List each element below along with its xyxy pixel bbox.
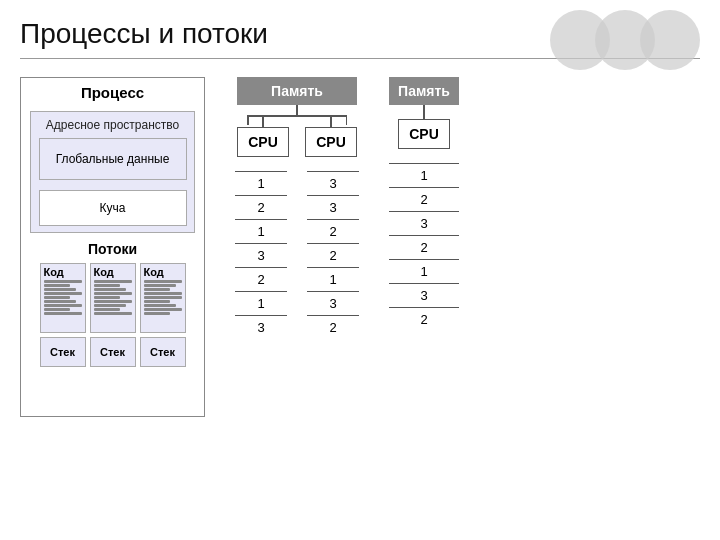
code-line [44, 304, 82, 307]
h-line [247, 115, 347, 117]
global-data-label: Глобальные данные [56, 152, 170, 166]
heap-label: Куча [100, 201, 126, 215]
num-1-7: 3 [235, 315, 287, 339]
v-to-single-cpu [423, 105, 425, 119]
memory-box-1: Память [237, 77, 357, 105]
code-line [44, 308, 71, 311]
threads-label: Потоки [30, 241, 195, 257]
code-line [94, 284, 121, 287]
num-1-4: 3 [235, 243, 287, 267]
code-line [94, 292, 132, 295]
num-1-5: 2 [235, 267, 287, 291]
mem-cpu-area-2: Память CPU [389, 77, 459, 149]
num-s-4: 2 [389, 235, 459, 259]
thread-col-1: Код С [40, 263, 86, 367]
memory-box-2: Память [389, 77, 459, 105]
code-line [144, 308, 182, 311]
num-s-2: 2 [389, 187, 459, 211]
stack-box-3: Стек [140, 337, 186, 367]
code-line [44, 280, 82, 283]
code-line [44, 284, 71, 287]
process-box: Процесс Адресное пространство Глобальные… [20, 77, 205, 417]
deco-circle-3 [640, 10, 700, 70]
num-col-single: 1 2 3 2 1 3 2 [389, 163, 459, 331]
num-table-1: 1 2 1 3 2 1 3 3 3 2 2 1 3 2 [235, 171, 359, 339]
global-data-box: Глобальные данные [39, 138, 187, 180]
cpu-box-2: CPU [305, 127, 357, 157]
code-line [144, 296, 182, 299]
code-line [144, 292, 182, 295]
num-2-2: 3 [307, 195, 359, 219]
cpu-box-1: CPU [237, 127, 289, 157]
num-s-6: 3 [389, 283, 459, 307]
num-1-3: 1 [235, 219, 287, 243]
process-group-1: Память CPU [235, 77, 359, 339]
code-line [144, 300, 171, 303]
code-label-3: Код [144, 266, 164, 278]
num-1-6: 1 [235, 291, 287, 315]
decorative-circles [550, 10, 700, 70]
cpu-box-3: CPU [398, 119, 450, 149]
num-col-1: 1 2 1 3 2 1 3 [235, 171, 287, 339]
tree-1: CPU CPU [237, 105, 357, 157]
num-2-6: 3 [307, 291, 359, 315]
code-line [144, 312, 171, 315]
num-2-7: 2 [307, 315, 359, 339]
num-col-2: 3 3 2 2 1 3 2 [307, 171, 359, 339]
code-box-3: Код [140, 263, 186, 333]
num-2-3: 2 [307, 219, 359, 243]
stack-label-1: Стек [50, 346, 75, 358]
address-space-label: Адресное пространство [46, 116, 179, 138]
address-space-box: Адресное пространство Глобальные данные … [30, 111, 195, 233]
code-line [44, 292, 82, 295]
code-line [94, 288, 126, 291]
num-1-1: 1 [235, 171, 287, 195]
cpu2-col: CPU [305, 117, 357, 157]
num-2-5: 1 [307, 267, 359, 291]
code-line [94, 280, 132, 283]
thread-col-2: Код С [90, 263, 136, 367]
code-line [144, 280, 182, 283]
num-s-5: 1 [389, 259, 459, 283]
process-label: Процесс [21, 78, 204, 107]
num-1-2: 2 [235, 195, 287, 219]
v-to-cpu1 [262, 117, 264, 127]
code-label-2: Код [94, 266, 114, 278]
code-box-2: Код [90, 263, 136, 333]
threads-row: Код С [30, 263, 195, 367]
num-s-7: 2 [389, 307, 459, 331]
heap-box: Куча [39, 190, 187, 226]
num-s-1: 1 [389, 163, 459, 187]
code-line [94, 312, 132, 315]
right-section: Память CPU [235, 77, 459, 339]
code-label-1: Код [44, 266, 64, 278]
process-group-2: Память CPU 1 2 3 2 1 3 2 [389, 77, 459, 331]
code-line [94, 296, 121, 299]
num-table-2: 1 2 3 2 1 3 2 [389, 163, 459, 331]
code-line [144, 304, 176, 307]
cpu-row: CPU CPU [237, 117, 357, 157]
main-content: Процесс Адресное пространство Глобальные… [0, 77, 720, 417]
num-2-4: 2 [307, 243, 359, 267]
stack-label-3: Стек [150, 346, 175, 358]
code-line [144, 288, 171, 291]
code-box-1: Код [40, 263, 86, 333]
num-2-1: 3 [307, 171, 359, 195]
v-top [296, 105, 298, 115]
code-line [44, 296, 71, 299]
code-line [44, 312, 82, 315]
stack-box-2: Стек [90, 337, 136, 367]
v-to-cpu2 [330, 117, 332, 127]
stack-box-1: Стек [40, 337, 86, 367]
code-line [144, 284, 176, 287]
code-line [44, 300, 76, 303]
single-cpu-area: CPU [398, 105, 450, 149]
code-line [94, 300, 132, 303]
code-line [44, 288, 76, 291]
stack-label-2: Стек [100, 346, 125, 358]
threads-section: Потоки Код [30, 241, 195, 367]
mem-cpu-area-1: Память CPU [237, 77, 357, 157]
code-line [94, 308, 121, 311]
num-s-3: 3 [389, 211, 459, 235]
code-line [94, 304, 126, 307]
